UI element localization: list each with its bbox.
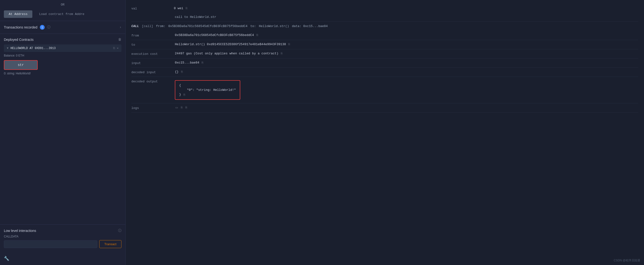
to-row: to HelloWorld.str() 0xd9145CCE52D386f254… [131,40,638,49]
val-value: 0 wei ⎘ [174,6,638,10]
to-address: HelloWorld.str() 0xd9145CCE52D386f254917… [175,42,286,46]
watermark: CSDN @程序员陆通 [614,258,640,262]
from-value: 0x5B38Da6a701c568545dCfcB03FcB875f56bedd… [175,33,638,37]
calldata-label: CALLDATA [4,235,122,238]
input-copy-button[interactable]: ⎘ [201,61,204,64]
to-value: HelloWorld.str() 0xd9145CCE52D386f254917… [175,42,638,46]
or-divider: OR [0,0,125,10]
decoded-output-box-wrapper: { "0": "string: HelloWorld!" } ⎘ [175,79,638,101]
contract-name: HELLOWORLD AT 0XD91...3913 [10,46,111,50]
wrench-section: 🔧 [0,252,125,265]
chevron-down-icon: ▼ [7,46,8,50]
decoded-output-copy-button[interactable]: ⎘ [183,93,186,96]
transactions-title: Transactions recorded [4,25,38,29]
balance-text: Balance: 0 ETH [4,54,122,57]
call-data: data: 0xc15...bae84 [292,24,328,28]
logs-copy-button-2[interactable]: ⎘ [185,106,188,109]
val-copy-button[interactable]: ⎘ [185,6,188,10]
input-text: 0xc15...bae84 [175,61,199,64]
call-keyword: CALL [131,24,139,28]
low-level-section: Low level interactions ⓘ CALLDATA Transa… [0,224,125,252]
call-to-prefix: to: [250,24,256,28]
exec-cost-text: 24497 gas (Cost only applies when called… [175,52,278,55]
right-panel: val 0 wei ⎘ call to HelloWorld.str CALL … [126,0,644,265]
deployed-contracts-section: Deployed Contracts 🗑 ▼ HELLOWORLD AT 0XD… [0,34,125,224]
output-text: 0: string: HelloWorld! [4,72,122,75]
call-from-addr: 0x5B38Da6a701c568545dCfcB03FcB875f56bedd… [168,24,248,28]
from-copy-button[interactable]: ⎘ [256,33,258,37]
to-label: to [131,42,170,46]
copy-icon[interactable]: ⎘ [113,46,115,50]
decoded-input-text: {} [175,70,179,74]
decoded-output-row: decoded output { "0": "string: HelloWorl… [131,77,638,104]
exec-cost-row: execution cost 24497 gas (Cost only appl… [131,49,638,58]
decoded-output-open: { [179,84,236,87]
call-to-label-spacer [131,15,170,16]
left-panel: OR At Address Load contract from Addre T… [0,0,126,265]
call-type: [call] [142,24,153,28]
decoded-output-label: decoded output [131,79,170,83]
decoded-output-close-brace: } [179,93,181,96]
exec-cost-copy-button[interactable]: ⎘ [280,52,283,55]
val-label: val [131,6,170,10]
logs-copy-button[interactable]: ⎘ [180,106,183,109]
decoded-output-content: "0": "string: HelloWorld!" [179,87,236,93]
call-to-row: call to HelloWorld.str [131,13,638,22]
chevron-right-icon[interactable]: › [120,25,122,29]
call-from-prefix: from: [156,24,166,28]
logs-icon-1[interactable]: ▭ [175,106,178,109]
from-row: from 0x5B38Da6a701c568545dCfcB03FcB875f5… [131,31,638,40]
decoded-input-label: decoded input [131,70,170,74]
call-header-row: CALL [call] from: 0x5B38Da6a701c568545dC… [131,22,638,31]
logs-row: logs ▭ ⎘ ⎘ [131,104,638,112]
low-level-info-icon: ⓘ [118,228,122,233]
decoded-input-value: {} ⎘ [175,70,638,74]
to-copy-button[interactable]: ⎘ [288,42,290,46]
str-button[interactable]: str [4,60,38,70]
decoded-input-row: decoded input {} ⎘ [131,68,638,77]
from-label: from [131,33,170,38]
at-address-section: At Address Load contract from Addre [0,10,125,21]
exec-cost-label: execution cost [131,52,170,56]
decoded-output-close: } ⎘ [179,93,236,96]
calldata-input[interactable] [4,240,97,248]
val-row: val 0 wei ⎘ [131,4,638,13]
logs-value: ▭ ⎘ ⎘ [175,106,638,109]
transact-button[interactable]: Transact [99,240,122,248]
input-label: input [131,61,170,65]
logs-label: logs [131,106,170,110]
exec-cost-value: 24497 gas (Cost only applies when called… [175,52,638,55]
transactions-badge: 1 [40,25,45,30]
input-value: 0xc15...bae84 ⎘ [175,61,638,64]
deployed-title: Deployed Contracts [4,38,34,42]
decoded-output-box: { "0": "string: HelloWorld!" } ⎘ [175,80,240,100]
low-level-header: Low level interactions ⓘ [4,228,122,233]
deployed-header: Deployed Contracts 🗑 [4,38,122,42]
low-level-title: Low level interactions [4,229,36,233]
contract-row[interactable]: ▼ HELLOWORLD AT 0XD91...3913 ⎘ ✕ [4,44,122,52]
input-row: input 0xc15...bae84 ⎘ [131,58,638,68]
or-label: OR [61,3,65,6]
info-icon: ⓘ [47,25,50,30]
decoded-input-copy-button[interactable]: ⎘ [180,70,183,74]
close-icon[interactable]: ✕ [117,46,118,50]
from-address: 0x5B38Da6a701c568545dCfcB03FcB875f56bedd… [175,33,254,37]
call-to-val: HelloWorld.str() [259,24,289,28]
calldata-row: Transact [4,240,122,248]
call-to-value: call to HelloWorld.str [175,15,638,19]
val-amount: 0 wei [174,6,183,10]
transactions-section: Transactions recorded 1 ⓘ › [0,21,125,34]
trash-icon[interactable]: 🗑 [118,38,122,42]
wrench-icon: 🔧 [4,256,9,261]
load-contract-button[interactable]: Load contract from Addre [34,10,89,18]
at-address-button[interactable]: At Address [4,10,32,18]
